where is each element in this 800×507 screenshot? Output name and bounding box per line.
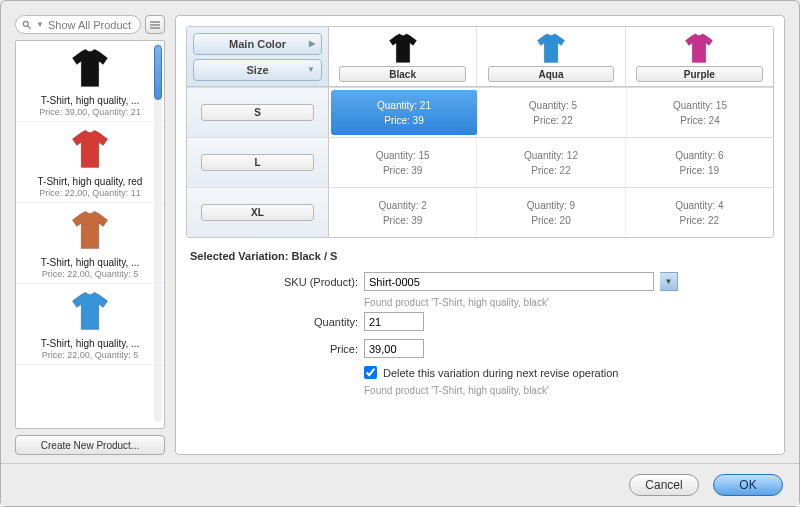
chevron-down-icon: ▼: [665, 277, 673, 286]
search-input[interactable]: ▼ Show All Product: [15, 15, 141, 34]
search-placeholder: Show All Product: [48, 19, 131, 31]
variation-cell[interactable]: Quantity: 6Price: 19: [626, 138, 773, 187]
svg-point-0: [23, 21, 28, 26]
cell-quantity: Quantity: 4: [675, 200, 723, 211]
product-name: T-Shirt, high quality, red: [18, 176, 162, 187]
cell-quantity: Quantity: 12: [524, 150, 578, 161]
price-label: Price:: [186, 343, 358, 355]
triangle-down-icon: ▼: [307, 65, 315, 74]
list-item[interactable]: T-Shirt, high quality, ...Price: 22,00, …: [16, 284, 164, 365]
create-product-button[interactable]: Create New Product...: [15, 435, 165, 455]
axis-size-button[interactable]: Size ▼: [193, 59, 322, 81]
create-product-label: Create New Product...: [41, 440, 139, 451]
axis-main-color-button[interactable]: Main Color ▶: [193, 33, 322, 55]
cell-quantity: Quantity: 5: [529, 100, 577, 111]
cell-quantity: Quantity: 15: [376, 150, 430, 161]
selected-variation-title: Selected Variation: Black / S: [190, 250, 774, 262]
cell-quantity: Quantity: 9: [527, 200, 575, 211]
ok-label: OK: [739, 478, 756, 492]
product-meta: Price: 39,00, Quantity: 21: [18, 107, 162, 117]
product-meta: Price: 22,00, Quantity: 5: [18, 350, 162, 360]
cell-price: Price: 39: [384, 115, 423, 126]
row-label[interactable]: XL: [201, 204, 314, 221]
cell-price: Price: 39: [383, 165, 422, 176]
product-meta: Price: 22,00, Quantity: 11: [18, 188, 162, 198]
price-row: Price:: [186, 339, 774, 358]
product-sidebar: ▼ Show All Product T-Shirt, high quality…: [15, 15, 165, 455]
axis-buttons: Main Color ▶ Size ▼: [187, 27, 329, 86]
variation-cell[interactable]: Quantity: 15Price: 39: [329, 138, 477, 187]
row-label[interactable]: S: [201, 104, 314, 121]
variation-cell[interactable]: Quantity: 21Price: 39: [331, 90, 478, 135]
sku-row: SKU (Product): ▼: [186, 272, 774, 291]
sku-label: SKU (Product):: [186, 276, 358, 288]
product-name: T-Shirt, high quality, ...: [18, 338, 162, 349]
delete-checkbox[interactable]: [364, 366, 377, 379]
svg-line-1: [28, 25, 31, 28]
delete-row: Delete this variation during next revise…: [186, 366, 774, 379]
cell-price: Price: 39: [383, 215, 422, 226]
dialog-footer: Cancel OK: [1, 463, 799, 506]
column-label[interactable]: Purple: [636, 66, 763, 82]
product-name: T-Shirt, high quality, ...: [18, 95, 162, 106]
table-row: SQuantity: 21Price: 39Quantity: 5Price: …: [187, 87, 773, 137]
ok-button[interactable]: OK: [713, 474, 783, 496]
product-name: T-Shirt, high quality, ...: [18, 257, 162, 268]
product-list[interactable]: T-Shirt, high quality, ...Price: 39,00, …: [15, 40, 165, 429]
delete-hint: Found product 'T-Shirt, high quality, bl…: [364, 385, 774, 396]
row-header: S: [187, 88, 329, 137]
column-label[interactable]: Black: [339, 66, 466, 82]
cell-quantity: Quantity: 2: [378, 200, 426, 211]
quantity-input[interactable]: [364, 312, 424, 331]
column-header: Purple: [626, 27, 773, 86]
cell-quantity: Quantity: 15: [673, 100, 727, 111]
variation-cell[interactable]: Quantity: 12Price: 22: [477, 138, 625, 187]
price-input[interactable]: [364, 339, 424, 358]
column-header: Black: [329, 27, 477, 86]
variation-cell[interactable]: Quantity: 2Price: 39: [329, 188, 477, 237]
sku-input[interactable]: [364, 272, 654, 291]
cell-quantity: Quantity: 21: [377, 100, 431, 111]
delete-label: Delete this variation during next revise…: [383, 367, 618, 379]
list-icon: [150, 20, 160, 30]
list-item[interactable]: T-Shirt, high quality, redPrice: 22,00, …: [16, 122, 164, 203]
list-item[interactable]: T-Shirt, high quality, ...Price: 39,00, …: [16, 41, 164, 122]
table-row: LQuantity: 15Price: 39Quantity: 12Price:…: [187, 137, 773, 187]
column-label[interactable]: Aqua: [488, 66, 615, 82]
row-header: XL: [187, 188, 329, 237]
product-meta: Price: 22,00, Quantity: 5: [18, 269, 162, 279]
variation-cell[interactable]: Quantity: 5Price: 22: [480, 88, 627, 137]
table-row: XLQuantity: 2Price: 39Quantity: 9Price: …: [187, 187, 773, 237]
row-header: L: [187, 138, 329, 187]
list-view-button[interactable]: [145, 15, 165, 34]
cell-price: Price: 22: [533, 115, 572, 126]
quantity-row: Quantity:: [186, 312, 774, 331]
quantity-label: Quantity:: [186, 316, 358, 328]
dialog-body: ▼ Show All Product T-Shirt, high quality…: [1, 1, 799, 463]
cell-price: Price: 19: [680, 165, 719, 176]
variation-grid: Main Color ▶ Size ▼ BlackAquaPurple SQua…: [186, 26, 774, 238]
chevron-down-icon: ▼: [36, 20, 44, 29]
cancel-label: Cancel: [645, 478, 682, 492]
sku-hint: Found product 'T-Shirt, high quality, bl…: [364, 297, 774, 308]
main-panel: Main Color ▶ Size ▼ BlackAquaPurple SQua…: [175, 15, 785, 455]
variation-cell[interactable]: Quantity: 15Price: 24: [627, 88, 773, 137]
cell-price: Price: 20: [531, 215, 570, 226]
triangle-right-icon: ▶: [309, 39, 315, 48]
list-item[interactable]: T-Shirt, high quality, ...Price: 22,00, …: [16, 203, 164, 284]
search-row: ▼ Show All Product: [15, 15, 165, 34]
sku-dropdown-button[interactable]: ▼: [660, 272, 678, 291]
cell-price: Price: 22: [680, 215, 719, 226]
cell-price: Price: 22: [531, 165, 570, 176]
variation-cell[interactable]: Quantity: 4Price: 22: [626, 188, 773, 237]
variation-cell[interactable]: Quantity: 9Price: 20: [477, 188, 625, 237]
grid-header-row: Main Color ▶ Size ▼ BlackAquaPurple: [187, 27, 773, 87]
axis-size-label: Size: [246, 64, 268, 76]
row-label[interactable]: L: [201, 154, 314, 171]
cancel-button[interactable]: Cancel: [629, 474, 699, 496]
scrollbar-thumb[interactable]: [154, 45, 162, 100]
variation-dialog: ▼ Show All Product T-Shirt, high quality…: [0, 0, 800, 507]
cell-quantity: Quantity: 6: [675, 150, 723, 161]
axis-main-color-label: Main Color: [229, 38, 286, 50]
column-header: Aqua: [477, 27, 625, 86]
